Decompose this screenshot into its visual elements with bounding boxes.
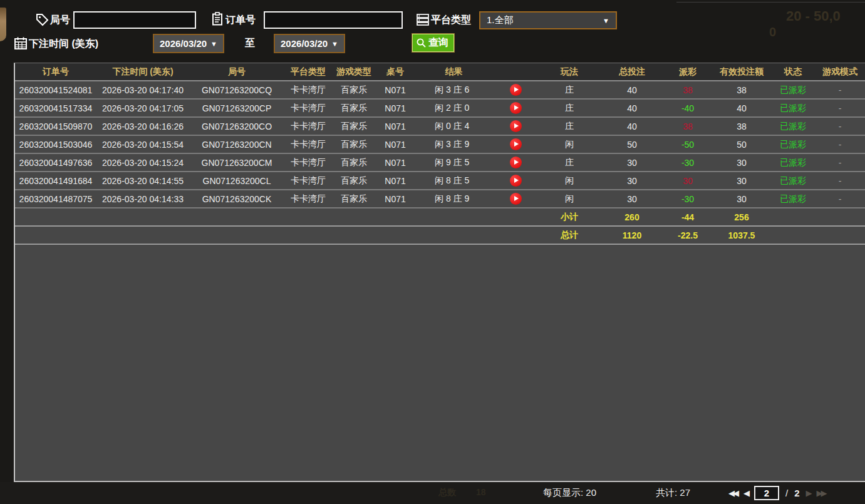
cell-time: 2026-03-20 04:15:24 [96, 158, 189, 168]
next-page-button[interactable]: ▶ [806, 488, 811, 498]
cell-mode: - [815, 194, 865, 204]
cell-status: 已派彩 [771, 157, 815, 168]
cell-bet: 庄 [538, 121, 601, 132]
total-count-label: 共计: 27 [656, 482, 690, 504]
first-page-button[interactable]: ◀◀ [728, 488, 737, 498]
play-video-icon[interactable] [510, 120, 522, 132]
cell-play [493, 175, 538, 187]
ghost-total-count-label: 总数 [438, 487, 456, 498]
cell-total: 40 [601, 121, 663, 131]
chevron-down-icon: ▼ [210, 40, 217, 48]
cell-game: 百家乐 [332, 121, 376, 132]
play-video-icon[interactable] [510, 138, 522, 150]
cell-play [493, 193, 538, 205]
cell-payout: -22.5 [663, 230, 712, 240]
cell-total: 50 [601, 140, 663, 150]
cell-time: 2026-03-20 04:14:33 [96, 194, 189, 204]
cell-valid: 256 [712, 212, 771, 222]
header-12: 状态 [771, 66, 815, 78]
cell-result: 闲 8 庄 9 [415, 193, 493, 205]
cell-mode: - [815, 85, 865, 95]
header-8: 玩法 [538, 66, 601, 78]
cell-status: 已派彩 [771, 175, 815, 187]
drawer-handle[interactable] [0, 8, 6, 41]
cell-bet: 庄 [538, 157, 601, 168]
cell-total: 30 [601, 194, 663, 204]
header-11: 有效投注额 [712, 66, 771, 78]
cell-game: 百家乐 [332, 193, 376, 205]
table-row: 2603200414870752026-03-20 04:14:33GN0712… [15, 190, 865, 208]
summary-row: 总计1120-22.51037.5 [15, 227, 865, 245]
cell-result: 闲 9 庄 5 [415, 157, 493, 168]
cell-bet: 闲 [538, 193, 601, 205]
date-to-picker[interactable]: 2026/03/20 ▼ [274, 34, 345, 53]
cell-platform: 卡卡湾厅 [284, 175, 332, 187]
pagination-bar: 总数 18 每页显示: 20 共计: 27 ◀◀ ◀ / 2 ▶ ▶▶ [0, 482, 865, 504]
round-no-input[interactable] [73, 11, 196, 29]
cell-total: 40 [601, 103, 663, 113]
cell-tbl: N071 [376, 103, 415, 113]
cell-tbl: N071 [376, 85, 415, 95]
cell-valid: 38 [712, 121, 771, 131]
cell-tbl: N071 [376, 121, 415, 131]
cell-payout: -30 [663, 158, 712, 168]
table-header-row: 订单号下注时间 (美东)局号平台类型游戏类型桌号结果玩法总投注派彩有效投注额状态… [15, 63, 865, 81]
cell-order: 260320041524081 [15, 85, 96, 95]
play-video-icon[interactable] [510, 102, 522, 114]
cell-payout: -44 [663, 212, 712, 222]
cell-status: 已派彩 [771, 121, 815, 132]
cell-total: 30 [601, 158, 663, 168]
cell-platform: 卡卡湾厅 [284, 103, 332, 114]
cell-bet: 庄 [538, 103, 601, 114]
page-separator: / [785, 488, 788, 498]
platform-type-select[interactable]: 1.全部 ▼ [479, 11, 617, 29]
cell-payout: -30 [663, 194, 712, 204]
calendar-icon [14, 36, 28, 50]
cell-round: GN071263200CO [189, 121, 284, 131]
date-from-value: 2026/03/20 [160, 38, 207, 49]
cell-round: GN071263200CN [189, 140, 284, 150]
cell-round: GN071263200CP [189, 103, 284, 113]
header-3: 平台类型 [284, 66, 332, 78]
ghost-top-line [676, 2, 865, 3]
prev-page-button[interactable]: ◀ [743, 488, 748, 498]
query-button[interactable]: 查询 [412, 34, 454, 52]
cell-play [493, 138, 538, 150]
play-video-icon[interactable] [510, 193, 522, 205]
cell-status: 已派彩 [771, 103, 815, 114]
current-page-input[interactable] [754, 486, 779, 500]
cell-total: 260 [601, 212, 663, 222]
cell-round: GN071263200CQ [189, 85, 284, 95]
platform-type-value: 1.全部 [487, 14, 599, 26]
ghost-zero-text: 0 [769, 25, 776, 39]
date-from-picker[interactable]: 2026/03/20 ▼ [153, 34, 224, 53]
cell-tbl: N071 [376, 176, 415, 186]
play-video-icon[interactable] [510, 175, 522, 187]
cell-bet: 小计 [538, 212, 601, 223]
play-video-icon[interactable] [510, 157, 522, 168]
cell-tbl: N071 [376, 140, 415, 150]
cell-payout: 30 [663, 176, 712, 186]
order-no-input[interactable] [264, 11, 403, 29]
cell-play [493, 157, 538, 168]
header-10: 派彩 [663, 66, 712, 78]
play-video-icon[interactable] [510, 84, 522, 96]
cell-time: 2026-03-20 04:17:40 [96, 85, 189, 95]
cell-round: GN071263200CM [189, 158, 284, 168]
table-row: 2603200415240812026-03-20 04:17:40GN0712… [15, 81, 865, 100]
cell-round: GN071263200CK [189, 194, 284, 204]
cell-order: 260320041503046 [15, 140, 96, 150]
tag-icon [35, 13, 49, 26]
summary-row: 小计260-44256 [15, 208, 865, 227]
cell-total: 30 [601, 176, 663, 186]
cell-bet: 闲 [538, 139, 601, 150]
cell-round: GN071263200CL [189, 176, 284, 186]
page-count-label: 2 [794, 488, 799, 498]
header-13: 游戏模式 [815, 66, 865, 78]
cell-payout: 38 [663, 121, 712, 131]
cell-platform: 卡卡湾厅 [284, 85, 332, 96]
cell-valid: 38 [712, 85, 771, 95]
cell-tbl: N071 [376, 194, 415, 204]
cell-play [493, 84, 538, 96]
last-page-button[interactable]: ▶▶ [817, 488, 826, 498]
